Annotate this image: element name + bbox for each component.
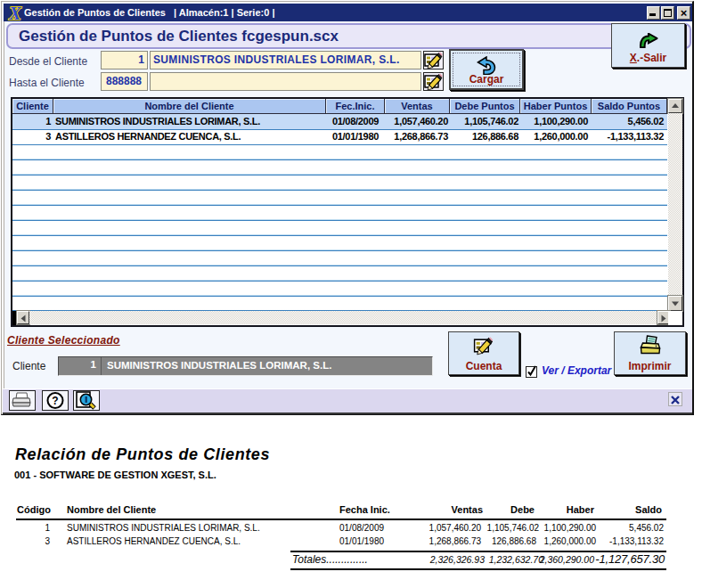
svg-text:?: ? xyxy=(52,395,58,407)
svg-text:X: X xyxy=(8,4,21,22)
